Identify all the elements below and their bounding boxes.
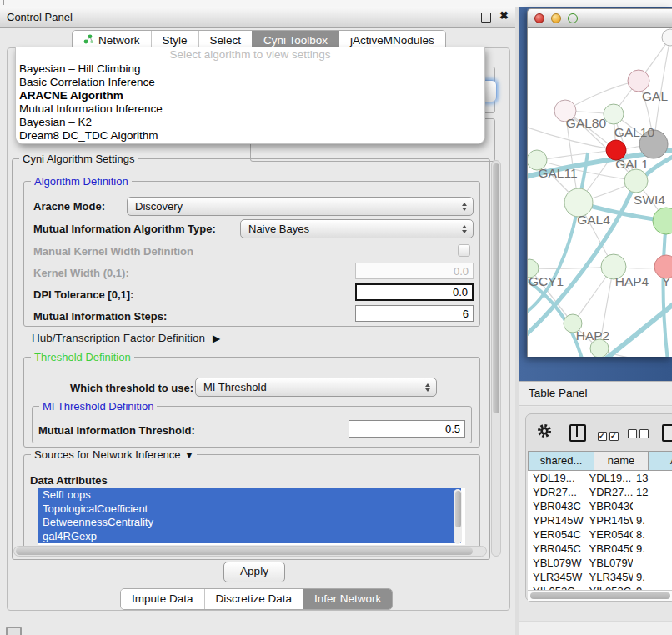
mi-steps-input[interactable] <box>355 305 474 322</box>
data-attributes-list[interactable]: SelfLoopsTopologicalCoefficientBetweenne… <box>38 488 465 545</box>
attribute-item[interactable]: SelfLoops <box>38 488 461 502</box>
float-panel-icon[interactable] <box>481 12 491 22</box>
table-row[interactable]: YPR145WYPR145W9. <box>528 513 672 528</box>
table-cell: YDL19... <box>586 471 633 485</box>
column-header-name[interactable]: name <box>594 451 649 471</box>
which-threshold-select[interactable]: MI Threshold <box>195 378 437 397</box>
select-all-checkboxes-icon[interactable]: ✓✓ <box>598 427 621 442</box>
network-edge <box>601 299 672 357</box>
network-node[interactable] <box>604 104 624 124</box>
mi-threshold-input[interactable] <box>349 420 465 438</box>
column-header-a[interactable]: A <box>649 451 672 471</box>
node-label-gal1: GAL1 <box>615 157 649 171</box>
table-cell: YBR045C <box>528 542 586 556</box>
which-threshold-value: MI Threshold <box>196 381 419 393</box>
algorithm-option[interactable]: Bayesian – K2 <box>16 116 484 129</box>
algorithm-definition-title: Algorithm Definition <box>31 175 132 188</box>
table-row[interactable]: YER054CYER054C8. <box>528 528 672 542</box>
zoom-window-icon[interactable] <box>568 13 578 23</box>
tab-infer-network[interactable]: Infer Network <box>303 589 392 609</box>
table-panel-titlebar: Table Panel <box>519 381 672 406</box>
collapse-down-icon[interactable]: ▼ <box>185 450 194 460</box>
node-label-gal80: GAL80 <box>566 116 607 130</box>
network-edge <box>528 128 616 150</box>
network-node[interactable] <box>624 169 648 192</box>
minimize-window-icon[interactable] <box>551 13 561 23</box>
table-row[interactable]: YBR043CYBR043C <box>528 499 672 513</box>
dropdown-placeholder: Select algorithm to view settings <box>16 48 484 62</box>
node-label-gal10: GAL10 <box>614 125 655 139</box>
top-strip <box>0 0 672 7</box>
node-label-gal11: GAL11 <box>538 166 577 180</box>
close-window-icon[interactable] <box>534 13 544 23</box>
settings-vertical-scrollbar-thumb[interactable] <box>493 163 499 413</box>
document-icon[interactable] <box>662 424 672 442</box>
deselect-checkboxes-icon[interactable] <box>628 427 651 442</box>
attribute-item[interactable]: BetweennessCentrality <box>38 516 461 530</box>
tab-label: Infer Network <box>314 589 381 609</box>
network-node[interactable] <box>653 208 672 234</box>
threshold-definition-title: Threshold Definition <box>31 351 134 363</box>
table-row[interactable]: YBL079WYBL079W <box>528 556 672 570</box>
tab-discretize-data[interactable]: Discretize Data <box>204 589 303 609</box>
gear-icon[interactable] <box>536 422 553 442</box>
expand-right-icon[interactable]: ▶ <box>213 332 220 344</box>
stepper-arrows-icon <box>456 202 473 211</box>
tab-label: Impute Data <box>132 589 193 609</box>
network-view[interactable]: GALGAL80GAL10GAL1GAL11SWI4GAL4GCY1HAP4YH… <box>527 28 672 357</box>
bottom-tabbar: Impute DataDiscretize DataInfer Network <box>120 588 393 610</box>
table-row[interactable]: YIL052CYIL052C9. <box>528 584 672 590</box>
algorithm-option[interactable]: Mutual Information Inference <box>16 102 484 116</box>
algorithm-option[interactable]: Dream8 DC_TDC Algorithm <box>16 129 484 142</box>
application-root: Control Panel ✖ NetworkStyleSelectCyni T… <box>0 0 672 635</box>
aracne-mode-label: Aracne Mode: <box>33 200 105 212</box>
kernel-width-input <box>355 262 474 279</box>
control-panel-titlebar: Control Panel ✖ <box>0 7 515 28</box>
table-row[interactable]: YDL19...YDL19...13 <box>528 471 672 485</box>
sources-title-row[interactable]: Sources for Network Inference▼ <box>31 448 197 462</box>
network-node[interactable] <box>662 29 672 46</box>
column-layout-icon[interactable] <box>569 424 586 442</box>
mi-type-label: Mutual Information Algorithm Type: <box>33 222 216 235</box>
stepper-arrows-icon <box>419 383 436 392</box>
table-cell: 9. <box>633 513 672 528</box>
table-row[interactable]: YLR345WYLR345W9. <box>528 570 672 584</box>
aracne-mode-select[interactable]: Discovery <box>127 197 474 216</box>
manual-kernel-checkbox[interactable] <box>458 244 470 257</box>
table-cell: YER054C <box>586 528 633 542</box>
table-horizontal-scrollbar-thumb[interactable] <box>530 592 670 599</box>
tab-impute-data[interactable]: Impute Data <box>121 589 204 609</box>
table-cell: YPR145W <box>586 513 633 528</box>
node-label-gcy1: GCY1 <box>529 274 564 288</box>
panel-title: Control Panel <box>7 10 73 25</box>
table-cell: YER054C <box>528 528 586 542</box>
network-edge <box>528 154 672 341</box>
settings-horizontal-scrollbar-thumb[interactable] <box>16 548 473 555</box>
attribute-item[interactable]: gal4RGexp <box>38 530 461 544</box>
table-row[interactable]: YBR045CYBR045C9. <box>528 542 672 556</box>
algorithm-option[interactable]: Bayesian – Hill Climbing <box>16 62 484 76</box>
algorithm-option[interactable]: Basic Correlation Inference <box>16 76 484 89</box>
table-cell: 9. <box>633 584 672 590</box>
sources-title: Sources for Network Inference <box>34 448 181 461</box>
docked-panel-icon[interactable] <box>6 627 22 635</box>
mi-type-select[interactable]: Naive Bayes <box>240 219 474 238</box>
node-label-hap2: HAP2 <box>576 328 610 342</box>
mi-threshold-label: Mutual Information Threshold: <box>38 424 195 437</box>
table-cell: 8. <box>633 528 672 542</box>
network-graph[interactable]: GALGAL80GAL10GAL1GAL11SWI4GAL4GCY1HAP4YH… <box>528 28 672 357</box>
hub-definition-section[interactable]: Hub/Transcription Factor Definition▶ <box>32 332 220 344</box>
table-cell: YBL079W <box>528 556 586 570</box>
table-row[interactable]: YDR27...YDR27...12 <box>528 485 672 499</box>
attributes-scrollbar-thumb[interactable] <box>455 491 461 528</box>
close-panel-icon[interactable]: ✖ <box>499 9 509 22</box>
dpi-tolerance-input[interactable] <box>355 283 474 301</box>
algorithm-option[interactable]: ARACNE Algorithm <box>16 89 484 102</box>
column-header-shared-[interactable]: shared... <box>528 451 594 471</box>
table-cell <box>633 556 672 570</box>
attribute-item[interactable]: TopologicalCoefficient <box>38 502 461 517</box>
network-window-titlebar[interactable] <box>527 8 672 28</box>
apply-button[interactable]: Apply <box>223 562 285 582</box>
bottom-right-strip <box>519 621 672 635</box>
table-horizontal-scrollbar[interactable] <box>528 590 672 601</box>
